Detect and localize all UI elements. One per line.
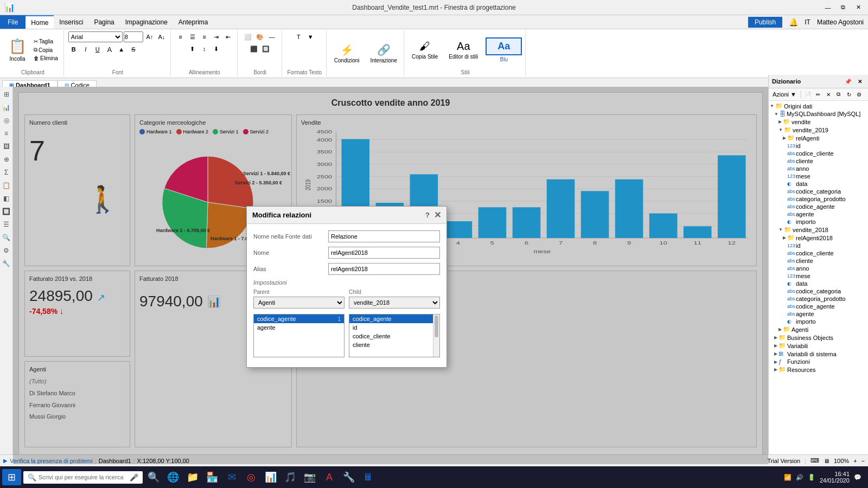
tree-agenti[interactable]: ▶ 📁 Agenti <box>770 325 867 333</box>
tree-vendite-2019[interactable]: ▼ 📁 vendite_2019 <box>770 126 867 134</box>
tree-arrow-sistema[interactable]: ▶ <box>774 351 777 356</box>
border-button[interactable]: ⬜ <box>242 31 253 42</box>
copia-stile-button[interactable]: 🖌 Copia Stile <box>409 38 441 62</box>
tree-cod-agente-2018[interactable]: abs codice_agente <box>770 303 867 310</box>
tree-id-2018[interactable]: 123 id <box>770 242 867 249</box>
sidebar-icon-5[interactable]: 🖼 <box>1 141 12 152</box>
align-left-button[interactable]: ≡ <box>175 31 186 42</box>
align-center-button[interactable]: ☰ <box>187 31 198 42</box>
valign-top-button[interactable]: ⬆ <box>187 43 198 54</box>
tree-importo-2018[interactable]: ◐ importo <box>770 318 867 325</box>
tree-cliente-2018[interactable]: abs cliente <box>770 257 867 265</box>
sidebar-icon-12[interactable]: 🔍 <box>1 232 12 243</box>
font-increase-button[interactable]: A↑ <box>144 31 155 42</box>
modal-help-button[interactable]: ? <box>425 211 430 219</box>
tree-vendite-2018[interactable]: ▼ 📁 vendite_2018 <box>770 226 867 234</box>
child-select[interactable]: vendite_2018 <box>349 297 440 309</box>
tree-id-2019[interactable]: 123 id <box>770 142 867 150</box>
search-placeholder[interactable]: Scrivi qui per eseguire la ricerca <box>39 474 124 480</box>
incolla-button[interactable]: 📋 Incolla <box>5 36 29 64</box>
tree-codice-cat-2018[interactable]: abs codice_categoria <box>770 287 867 295</box>
copia-button[interactable]: ⧉ Copia <box>31 46 60 54</box>
font-color-button[interactable]: A <box>104 44 115 55</box>
tree-variabili[interactable]: ▶ 📁 Variabili <box>770 342 867 350</box>
tree-business-objects[interactable]: ▶ 📁 Business Objects <box>770 333 867 342</box>
strikethrough-button[interactable]: S <box>128 44 139 55</box>
tree-relagenti2018[interactable]: ▶ 📁 relAgenti2018 <box>770 234 867 242</box>
notifications-button[interactable]: 💬 <box>854 474 861 481</box>
format-text-button[interactable]: T <box>293 31 304 42</box>
taskbar-search-button[interactable]: 🔍 <box>145 468 162 486</box>
tree-arrow-relagenti2018[interactable]: ▶ <box>783 235 786 240</box>
taskbar-app2-button[interactable]: 🎵 <box>282 468 299 486</box>
tree-vendite[interactable]: ▶ 📁 vendite <box>770 118 867 126</box>
menu-home[interactable]: Home <box>25 15 54 29</box>
tree-arrow-vendite[interactable]: ▶ <box>778 119 782 124</box>
refresh-button[interactable]: ↻ <box>844 89 854 99</box>
delete-button[interactable]: ✕ <box>824 89 833 99</box>
underline-button[interactable]: U <box>92 44 103 55</box>
taskbar-app3-button[interactable]: 📷 <box>301 468 318 486</box>
minimize-button[interactable]: — <box>822 2 833 13</box>
mic-icon[interactable]: 🎤 <box>130 473 138 481</box>
menu-inserisci[interactable]: Inserisci <box>54 15 88 29</box>
tree-agente-2018[interactable]: abs agente <box>770 310 867 318</box>
tree-agente-2019[interactable]: abs agente <box>770 210 867 218</box>
menu-pagina[interactable]: Pagina <box>88 15 119 29</box>
line-button[interactable]: — <box>266 31 277 42</box>
windows-start-button[interactable]: ⊞ <box>2 469 21 485</box>
tree-mese-2019[interactable]: 123 mese <box>770 172 867 180</box>
restore-button[interactable]: ⧉ <box>838 2 848 13</box>
tree-arrow-2019[interactable]: ▼ <box>778 127 783 132</box>
parent-select[interactable]: Agenti <box>253 297 344 309</box>
publish-button[interactable]: Publish <box>748 17 782 28</box>
italic-button[interactable]: I <box>80 44 91 55</box>
menu-anteprima[interactable]: Anteprima <box>173 15 214 29</box>
tree-origini-dati[interactable]: ▼ 📁 Origini dati <box>770 102 867 110</box>
zoom-out-button[interactable]: − <box>861 458 865 464</box>
tree-arrow-bo[interactable]: ▶ <box>774 335 777 340</box>
sidebar-icon-4[interactable]: ≡ <box>1 128 12 139</box>
tree-arrow-origini[interactable]: ▼ <box>770 104 774 108</box>
tree-resources[interactable]: ▶ 📁 Resources <box>770 365 867 374</box>
valign-middle-button[interactable]: ↕ <box>199 43 210 54</box>
style-preview-box[interactable]: Aa <box>486 37 522 55</box>
sidebar-icon-11[interactable]: ☰ <box>1 219 12 230</box>
sidebar-icon-3[interactable]: ◎ <box>1 115 12 126</box>
sidebar-icon-2[interactable]: 📊 <box>1 102 12 113</box>
tree-arrow-mysql[interactable]: ▼ <box>774 112 778 117</box>
dizionario-pin-button[interactable]: 📌 <box>843 76 853 86</box>
tree-cod-agente-2019[interactable]: abs codice_agente <box>770 203 867 210</box>
tree-mysqldashboard[interactable]: ▼ 🗄 MySQLDashboard [MySQL] <box>770 110 867 118</box>
child-field-cliente[interactable]: cliente <box>349 341 439 349</box>
tree-anno-2019[interactable]: abs anno <box>770 165 867 172</box>
parent-field-codice-agente[interactable]: codice_agente 1 <box>254 314 344 323</box>
fill-button[interactable]: 🎨 <box>254 31 265 42</box>
menu-impaginazione[interactable]: Impaginazione <box>120 15 173 29</box>
format-dropdown-button[interactable]: ▼ <box>305 31 316 42</box>
taskbar-calc-button[interactable]: 🖩 <box>360 468 377 486</box>
new-button[interactable]: 📄 <box>803 89 813 99</box>
azioni-dropdown[interactable]: Azioni ▼ <box>770 89 799 99</box>
sidebar-icon-10[interactable]: 🔲 <box>1 206 12 217</box>
taskbar-chrome-button[interactable]: ◎ <box>242 468 260 486</box>
sidebar-icon-6[interactable]: ⊕ <box>1 154 12 165</box>
notification-icon[interactable]: 🔔 <box>789 18 798 27</box>
alias-input[interactable] <box>328 263 440 275</box>
shadow-button[interactable]: 🔲 <box>260 43 271 54</box>
tree-cliente-2019[interactable]: abs cliente <box>770 157 867 165</box>
dizionario-close-button[interactable]: ✕ <box>855 76 865 86</box>
tree-anno-2018[interactable]: abs anno <box>770 265 867 272</box>
parent-field-agente[interactable]: agente <box>254 323 344 332</box>
sidebar-icon-13[interactable]: ⚙ <box>1 245 12 256</box>
menu-file[interactable]: File <box>0 15 25 29</box>
sidebar-icon-14[interactable]: 🔧 <box>1 258 12 269</box>
sidebar-icon-1[interactable]: ⊞ <box>1 89 12 100</box>
modal-close-button[interactable]: ✕ <box>434 210 441 220</box>
edit-button[interactable]: ✏ <box>813 89 823 99</box>
align-right-button[interactable]: ≡ <box>199 31 210 42</box>
child-field-id[interactable]: id <box>349 323 439 332</box>
valign-bottom-button[interactable]: ⬇ <box>211 43 222 54</box>
taglia-button[interactable]: ✂ Taglia <box>31 38 60 45</box>
tree-arrow-2018[interactable]: ▼ <box>778 227 783 232</box>
